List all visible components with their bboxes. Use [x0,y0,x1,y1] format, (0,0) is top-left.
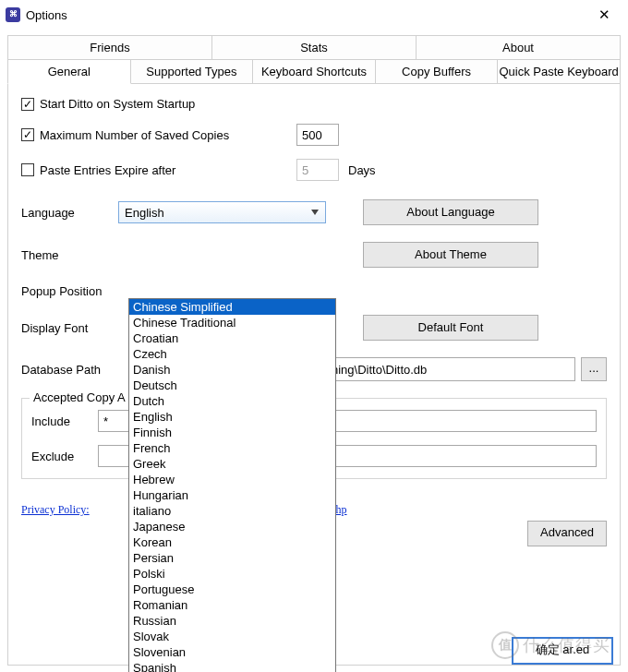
lang-option[interactable]: Portuguese [129,582,335,597]
language-dropdown[interactable]: Chinese SimplifiedChinese TraditionalCro… [128,298,336,672]
lang-option[interactable]: English [129,409,335,425]
tab-quick-paste[interactable]: Quick Paste Keyboard [497,59,621,84]
language-label: Language [21,206,118,220]
lang-option[interactable]: Deutsch [129,378,335,393]
lang-option[interactable]: Spanish [129,660,335,672]
lang-option[interactable]: Polski [129,566,335,582]
expire-label: Paste Entries Expire after [40,163,278,177]
lang-option[interactable]: Dutch [129,393,335,409]
startup-row: Start Ditto on System Startup [21,97,607,111]
tab-stats[interactable]: Stats [211,35,417,60]
expire-unit: Days [348,163,376,177]
startup-label: Start Ditto on System Startup [40,97,195,111]
watermark-icon: 值 [491,631,519,659]
lang-option[interactable]: Persian [129,550,335,566]
language-row: Language English About Language [21,199,607,225]
general-panel: Start Ditto on System Startup Maximum Nu… [7,84,621,666]
lang-option[interactable]: Czech [129,346,335,362]
accepted-legend: Accepted Copy A [30,390,129,404]
lang-option[interactable]: Danish [129,362,335,378]
exclude-label: Exclude [31,450,98,463]
startup-checkbox[interactable] [21,98,34,111]
theme-label: Theme [21,248,118,262]
popup-label: Popup Position [21,284,118,298]
expire-checkbox[interactable] [21,163,34,176]
advanced-button[interactable]: Advanced [527,521,607,546]
lang-option[interactable]: Chinese Traditional [129,315,335,330]
font-label: Display Font [21,321,118,335]
lang-option[interactable]: Hungarian [129,487,335,503]
tab-friends[interactable]: Friends [7,35,212,60]
lang-option[interactable]: French [129,440,335,456]
expire-row: Paste Entries Expire after Days [21,159,607,181]
lang-option[interactable]: Japanese [129,519,335,534]
db-browse-button[interactable]: ... [581,357,607,381]
close-button[interactable]: ✕ [586,0,622,30]
lang-option[interactable]: Finnish [129,425,335,440]
lang-option[interactable]: Hebrew [129,472,335,487]
window-title: Options [26,8,586,22]
about-theme-button[interactable]: About Theme [363,242,538,268]
db-path-input[interactable]: hing\Ditto\Ditto.db [326,357,575,381]
include-label: Include [31,414,98,428]
tab-general[interactable]: General [7,59,131,84]
lang-option[interactable]: Russian [129,613,335,629]
lang-option[interactable]: Croatian [129,330,335,346]
tab-keyboard-shortcuts[interactable]: Keyboard Shortcuts [252,59,376,84]
maxcopies-checkbox[interactable] [21,128,34,141]
tab-supported-types[interactable]: Supported Types [130,59,254,84]
maxcopies-input[interactable] [296,124,339,146]
lang-option[interactable]: Chinese Simplified [129,299,335,315]
tab-about[interactable]: About [416,35,621,60]
about-language-button[interactable]: About Language [363,199,538,225]
privacy-prefix: Privacy Policy: [21,503,90,516]
lang-option[interactable]: Romanian [129,597,335,613]
expire-input [296,159,339,181]
titlebar: ⌘ Options ✕ [0,0,628,30]
lang-option[interactable]: italiano [129,503,335,519]
tab-copy-buffers[interactable]: Copy Buffers [375,59,499,84]
lang-option[interactable]: Greek [129,456,335,472]
maxcopies-label: Maximum Number of Saved Copies [40,128,278,142]
tab-strip: Friends Stats About General Supported Ty… [7,35,621,84]
popup-row: Popup Position [21,284,607,298]
lang-option[interactable]: Korean [129,534,335,550]
language-value: English [125,206,164,220]
app-icon: ⌘ [6,7,20,22]
watermark: 值 什么值得买 [491,631,610,659]
lang-option[interactable]: Slovak [129,629,335,644]
default-font-button[interactable]: Default Font [363,315,538,341]
theme-row: Theme About Theme [21,242,607,268]
maxcopies-row: Maximum Number of Saved Copies [21,124,607,146]
lang-option[interactable]: Slovenian [129,644,335,660]
chevron-down-icon [308,206,321,219]
language-combo[interactable]: English [118,201,326,223]
db-label: Database Path [21,363,118,377]
options-window: ⌘ Options ✕ Friends Stats About General … [0,0,628,672]
